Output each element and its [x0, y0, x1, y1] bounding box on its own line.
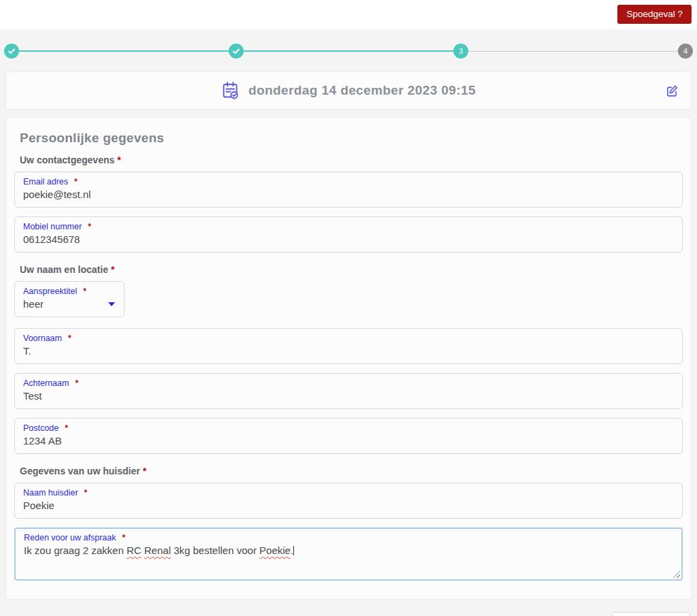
appointment-datetime-text: donderdag 14 december 2023 09:15	[248, 83, 476, 98]
form-footer: Vorige Volgende	[0, 600, 697, 616]
progress-stepper: 3 4	[0, 41, 697, 61]
salutation-selected-value[interactable]: heer	[23, 297, 116, 310]
emergency-button[interactable]: Spoedgeval ?	[617, 5, 692, 24]
step-connector-1	[19, 50, 229, 52]
edit-icon	[666, 89, 679, 99]
required-asterisk: *	[84, 488, 88, 498]
mobile-field-label: Mobiel nummer*	[23, 222, 674, 231]
first-name-field-value[interactable]: T.	[23, 344, 674, 357]
first-name-field[interactable]: Voornaam* T.	[14, 328, 683, 364]
page-canvas: 3 4 donderdag 14 december 2023 09:15	[0, 29, 697, 616]
pet-name-field-value[interactable]: Poekie	[23, 499, 674, 512]
reason-textarea-label: Reden voor uw afspraak*	[24, 533, 673, 542]
salutation-select-label: Aanspreektitel*	[23, 287, 116, 296]
personal-details-form: Persoonlijke gegevens Uw contactgegevens…	[5, 117, 692, 600]
required-asterisk: *	[88, 222, 91, 231]
edit-datetime-button[interactable]	[666, 84, 679, 97]
step-number: 4	[683, 47, 687, 55]
reason-textarea[interactable]: Reden voor uw afspraak* Ik zou graag 2 z…	[14, 528, 683, 581]
section-label-name-location: Uw naam en locatie*	[20, 264, 683, 275]
last-name-field[interactable]: Achternaam* Test	[14, 373, 683, 409]
last-name-field-label: Achternaam*	[23, 378, 674, 388]
pet-name-field-label: Naam huisdier*	[23, 488, 674, 498]
first-name-field-label: Voornaam*	[23, 334, 674, 343]
required-asterisk: *	[68, 334, 71, 343]
misspelled-word: Renal	[144, 545, 171, 556]
required-asterisk: *	[143, 466, 146, 476]
mobile-field[interactable]: Mobiel nummer* 0612345678	[14, 216, 683, 253]
calendar-check-icon	[221, 81, 240, 100]
required-asterisk: *	[74, 177, 78, 187]
salutation-select[interactable]: Aanspreektitel* heer	[14, 281, 125, 317]
check-icon	[7, 47, 16, 55]
appointment-datetime-bar: donderdag 14 december 2023 09:15	[5, 71, 692, 110]
last-name-field-value[interactable]: Test	[23, 389, 674, 402]
postcode-field-value[interactable]: 1234 AB	[23, 434, 674, 447]
required-asterisk: *	[111, 264, 114, 275]
step-2-done[interactable]	[229, 44, 244, 59]
step-connector-3	[468, 51, 678, 52]
step-4-upcoming: 4	[678, 44, 693, 59]
email-field-label: Email adres*	[23, 177, 674, 187]
pet-name-field[interactable]: Naam huisdier* Poekie	[14, 483, 683, 519]
misspelled-word: RC	[127, 545, 142, 556]
required-asterisk: *	[75, 378, 78, 388]
postcode-field-label: Postcode*	[23, 423, 674, 433]
top-bar: Spoedgeval ?	[0, 0, 697, 29]
form-title: Persoonlijke gegevens	[20, 131, 683, 146]
step-3-active[interactable]: 3	[453, 44, 468, 59]
textarea-resize-handle[interactable]	[672, 570, 680, 578]
section-label-contact: Uw contactgegevens*	[20, 155, 683, 165]
required-asterisk: *	[117, 155, 120, 165]
step-connector-2	[244, 50, 453, 52]
mobile-field-value[interactable]: 0612345678	[23, 233, 674, 246]
misspelled-word: Poekie	[259, 545, 291, 556]
required-asterisk: *	[65, 423, 68, 433]
next-button[interactable]: Volgende	[612, 612, 690, 616]
text-cursor	[293, 546, 294, 555]
chevron-down-icon[interactable]	[108, 302, 115, 306]
check-icon	[232, 47, 240, 55]
step-1-done[interactable]	[4, 44, 19, 59]
required-asterisk: *	[123, 533, 126, 542]
postcode-field[interactable]: Postcode* 1234 AB	[14, 418, 683, 454]
reason-textarea-value[interactable]: Ik zou graag 2 zakken RC Renal 3kg beste…	[24, 544, 673, 557]
section-label-pet: Gegevens van uw huisdier*	[20, 466, 683, 476]
email-field-value[interactable]: poekie@test.nl	[23, 188, 674, 201]
step-number: 3	[459, 47, 463, 55]
email-field[interactable]: Email adres* poekie@test.nl	[14, 172, 683, 208]
required-asterisk: *	[83, 287, 86, 296]
